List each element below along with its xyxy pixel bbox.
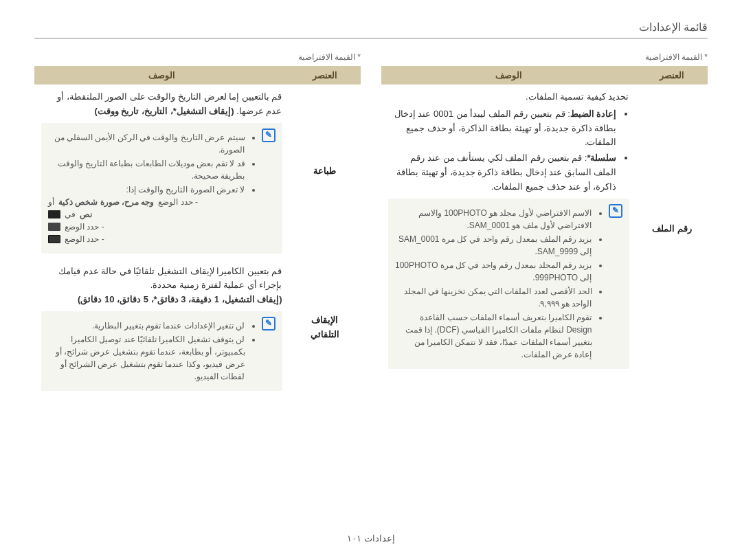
scene-icon xyxy=(48,210,60,219)
desc-intro: تحديد كيفية تسمية الملفات. xyxy=(388,90,629,104)
note-box: ✎ لن تتغير الإعدادات عندما تقوم بتغيير ا… xyxy=(41,311,282,391)
sub-line: - حدد الوضع وجه مرح، صورة شخص ذكية أو xyxy=(48,196,245,208)
note-item: لن يتوقف تشغيل الكاميرا تلقائيًا عند توص… xyxy=(48,333,245,383)
default-value-label: * القيمة الافتراضية xyxy=(381,52,708,62)
sub2-suffix: في xyxy=(65,208,76,221)
sub1-prefix: - حدد الوضع xyxy=(158,196,198,208)
sub-line: نص في xyxy=(48,208,245,221)
desc-auto-off-intro: قم بتعيين الكاميرا لإيقاف التشغيل تلقائي… xyxy=(58,266,282,291)
sub3-text: - حدد الوضع xyxy=(65,221,104,233)
note-item: قد لا تقم بعض موديلات الطابعات بطباعة ال… xyxy=(48,157,245,182)
sub1-bold: وجه مرح، صورة شخص ذكية xyxy=(58,196,154,208)
option-series-text: : قم بتعيين رقم الملف لكي يستأنف من عند … xyxy=(396,153,617,192)
note-item: يزيد رقم المجلد بمعدل رقم واحد في كل مرة… xyxy=(395,259,592,284)
list-item: إعادة الضبط: قم بتعيين رقم الملف ليبدأ م… xyxy=(388,107,617,150)
note-item: الاسم الافتراضي لأول مجلد هو 100PHOTO وا… xyxy=(395,207,592,232)
note-text: سيتم عرض التاريخ والوقت في الركن الأيمن … xyxy=(48,128,256,248)
page-title: قائمة الإعدادات xyxy=(34,21,708,38)
info-icon: ✎ xyxy=(262,317,276,331)
mode-icon xyxy=(48,223,60,231)
header-item: العنصر xyxy=(289,66,361,85)
note-text: لن تتغير الإعدادات عندما تقوم بتغيير الب… xyxy=(48,317,256,385)
desc-file-number: تحديد كيفية تسمية الملفات. إعادة الضبط: … xyxy=(381,85,636,374)
item-print: طباعة xyxy=(289,85,361,259)
note-item: سيتم عرض التاريخ والوقت في الركن الأيمن … xyxy=(48,131,245,156)
desc-print-options: (إيقاف التشغيل*، التاريخ، تاريخ ووقت) xyxy=(94,106,234,116)
note-item: لا تعرض الصورة التاريخ والوقت إذا: - حدد… xyxy=(48,183,245,245)
option-list: إعادة الضبط: قم بتعيين رقم الملف ليبدأ م… xyxy=(388,107,629,194)
note-box: ✎ الاسم الافتراضي لأول مجلد هو 100PHOTO … xyxy=(388,199,629,369)
note-text: الاسم الافتراضي لأول مجلد هو 100PHOTO وا… xyxy=(395,204,603,363)
header-item: العنصر xyxy=(636,66,708,85)
sub-line: - حدد الوضع xyxy=(48,233,245,245)
right-column: * القيمة الافتراضية العنصر الوصف رقم الم… xyxy=(381,52,708,396)
item-auto-off: الإيقاف التلقائي xyxy=(289,259,361,396)
table-row: رقم الملف تحديد كيفية تسمية الملفات. إعا… xyxy=(381,85,708,374)
note-item: الحد الأقصى لعدد الملفات التي يمكن تخزين… xyxy=(395,285,592,310)
note-box: ✎ سيتم عرض التاريخ والوقت في الركن الأيم… xyxy=(41,123,282,254)
table-header-row: العنصر الوصف xyxy=(34,66,361,85)
info-icon: ✎ xyxy=(609,204,622,218)
note-item: تقوم الكاميرا بتعريف أسماء الملفات حسب ا… xyxy=(395,311,592,361)
note3-intro: لا تعرض الصورة التاريخ والوقت إذا: xyxy=(126,185,245,194)
desc-auto-off: قم بتعيين الكاميرا لإيقاف التشغيل تلقائي… xyxy=(34,259,289,396)
table-row: طباعة قم بالتعيين إما لعرض التاريخ والوق… xyxy=(34,85,361,259)
desc-print: قم بالتعيين إما لعرض التاريخ والوقت على … xyxy=(34,85,289,259)
table-row: الإيقاف التلقائي قم بتعيين الكاميرا لإيق… xyxy=(34,259,361,396)
settings-table-right: العنصر الوصف رقم الملف تحديد كيفية تسمية… xyxy=(381,66,708,374)
info-icon: ✎ xyxy=(262,128,276,142)
sub1-suffix: أو xyxy=(48,196,54,208)
settings-table-left: العنصر الوصف طباعة قم بالتعيين إما لعرض … xyxy=(34,66,361,396)
note-item: يزيد رقم الملف بمعدل رقم واحد في كل مرة … xyxy=(395,233,592,258)
table-header-row: العنصر الوصف xyxy=(381,66,708,85)
header-desc: الوصف xyxy=(381,66,636,85)
note-item: لن تتغير الإعدادات عندما تقوم بتغيير الب… xyxy=(48,320,245,332)
list-item: سلسلة*: قم بتعيين رقم الملف لكي يستأنف م… xyxy=(388,151,617,194)
sub4-text: - حدد الوضع xyxy=(65,233,104,245)
desc-auto-off-options: (إيقاف التشغيل، 1 دقيقة، 3 دقائق*، 5 دقا… xyxy=(41,293,282,307)
item-file-number: رقم الملف xyxy=(636,85,708,374)
option-reset-bold: إعادة الضبط xyxy=(570,109,617,119)
option-series-bold: سلسلة* xyxy=(587,153,616,163)
sub-line: - حدد الوضع xyxy=(48,221,245,233)
mode-icon xyxy=(48,235,60,243)
left-column: * القيمة الافتراضية العنصر الوصف طباعة ق… xyxy=(34,52,361,396)
content-columns: * القيمة الافتراضية العنصر الوصف رقم الم… xyxy=(34,52,708,396)
default-value-label: * القيمة الافتراضية xyxy=(34,52,361,62)
page-footer: إعدادات ١٠١ xyxy=(0,533,742,544)
header-desc: الوصف xyxy=(34,66,289,85)
sub2-prefix: نص xyxy=(80,208,92,221)
